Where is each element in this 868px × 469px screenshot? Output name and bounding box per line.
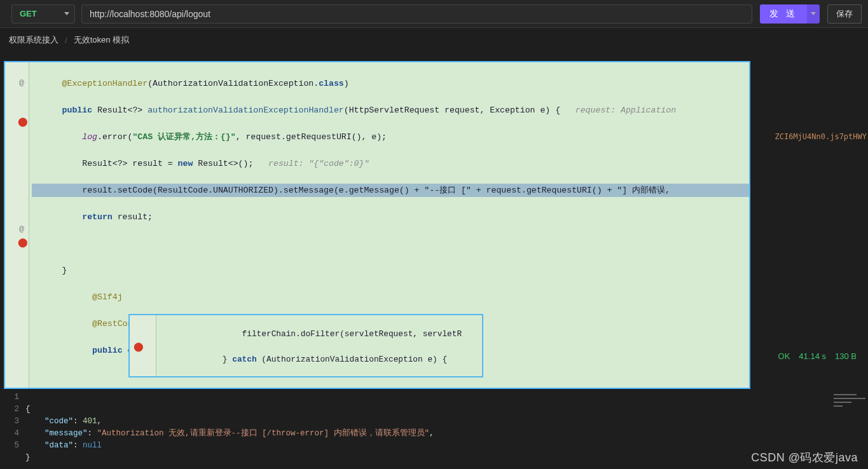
breadcrumb-separator: /: [65, 36, 67, 45]
breadcrumb-current: 无效token 模拟: [74, 34, 129, 46]
http-method-select[interactable]: GET: [11, 4, 75, 24]
minimap: [830, 390, 868, 441]
status-time: 41.14 s: [799, 351, 826, 361]
editor-gutter: @ ⬤ @ ⬤: [5, 62, 29, 388]
chevron-down-icon: [811, 12, 816, 15]
send-button[interactable]: 发 送: [760, 4, 807, 24]
nested-gutter: ⬤: [130, 315, 156, 376]
status-text-ok: OK: [778, 351, 790, 361]
save-button[interactable]: 保存: [827, 4, 862, 24]
nested-code[interactable]: filterChain.doFilter(servletRequest, ser…: [159, 315, 482, 377]
response-status: OK 41.14 s 130 B: [778, 351, 857, 361]
breadcrumb-root[interactable]: 权限系统接入: [9, 34, 59, 46]
override-icon: @: [19, 222, 24, 236]
svg-rect-2: [834, 398, 865, 399]
breadcrumb: 权限系统接入 / 无效token 模拟: [0, 28, 868, 52]
token-fragment: ZCI6MjU4Nn0.js7ptHWY: [775, 132, 867, 141]
request-bar: GET 发 送 保存: [0, 0, 868, 28]
override-icon: @: [19, 76, 24, 90]
status-size: 130 B: [835, 351, 857, 361]
svg-rect-4: [834, 405, 843, 407]
svg-rect-1: [834, 394, 857, 395]
url-input[interactable]: [81, 4, 752, 24]
breakpoint-icon[interactable]: ⬤: [18, 236, 28, 250]
http-method-label: GET: [20, 9, 37, 18]
json-line-numbers: 1 2 3 4 5: [0, 390, 25, 461]
watermark: CSDN @码农爱java: [751, 450, 858, 465]
svg-rect-3: [834, 402, 851, 403]
chevron-down-icon: [64, 12, 69, 15]
send-dropdown-button[interactable]: [807, 4, 820, 24]
breakpoint-icon[interactable]: ⬤: [134, 341, 144, 353]
breakpoint-icon[interactable]: ⬤: [18, 116, 28, 129]
response-json-editor[interactable]: 1 2 3 4 5 { "code": 401, "message": "Aut…: [0, 390, 868, 461]
json-body[interactable]: { "code": 401, "message": "Authorization…: [25, 390, 868, 461]
svg-rect-0: [830, 390, 868, 441]
ide-code-overlay: @ ⬤ @ ⬤ @ExceptionHandler(AuthorizationV…: [4, 61, 750, 389]
ide-nested-overlay: ⬤ filterChain.doFilter(servletRequest, s…: [128, 314, 483, 377]
